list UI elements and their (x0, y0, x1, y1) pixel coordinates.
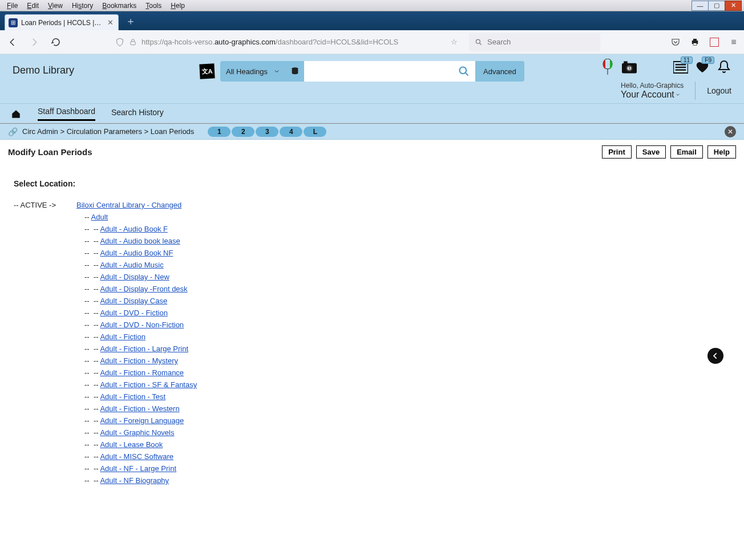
tree-item-link[interactable]: Adult - Display Case (100, 297, 167, 305)
tree-item-link[interactable]: Adult - DVD - Non-Fiction (100, 320, 184, 329)
header-right-icons: $ 11 F9 (600, 60, 731, 75)
bell-icon[interactable] (717, 60, 731, 75)
extension-shield-icon[interactable] (709, 36, 720, 48)
nav-staff-dashboard[interactable]: Staff Dashboard (38, 107, 95, 121)
tree-item-link[interactable]: Adult - Display -Front desk (100, 285, 187, 293)
list-icon[interactable]: 11 (673, 60, 688, 75)
tree-row: -- -- Adult - Display - New (84, 273, 730, 281)
url-field[interactable]: https://qa-hcols-verso.auto-graphics.com… (110, 33, 463, 51)
tab-title: Loan Periods | HCOLS | hcols | A (21, 19, 103, 27)
nav-reload-button[interactable] (48, 34, 64, 50)
tree-level1-link[interactable]: Adult (91, 213, 108, 221)
search-icon (475, 38, 483, 46)
browser-tab[interactable]: ⊞ Loan Periods | HCOLS | hcols | A ✕ (5, 14, 119, 30)
tree-item-link[interactable]: Adult - Display - New (100, 273, 169, 281)
page-l[interactable]: L (304, 127, 326, 137)
breadcrumb-row: 🔗 Circ Admin > Circulation Parameters > … (0, 124, 744, 140)
tree-item-link[interactable]: Adult - Audio Music (100, 261, 163, 269)
tree-item-link[interactable]: Adult - Fiction - Western (100, 404, 179, 413)
camera-icon[interactable]: $ (622, 60, 637, 75)
menu-edit[interactable]: Edit (22, 1, 43, 10)
page-1[interactable]: 1 (208, 127, 231, 137)
menu-view[interactable]: View (43, 1, 67, 10)
svg-point-1 (476, 39, 480, 43)
svg-text:$: $ (628, 66, 630, 70)
library-name: Demo Library (13, 64, 74, 76)
home-icon[interactable] (10, 109, 22, 119)
page-2[interactable]: 2 (232, 127, 254, 137)
tree-root-link[interactable]: Biloxi Central Library - Changed (76, 201, 181, 209)
tree-item-link[interactable]: Adult - Foreign Language (100, 416, 184, 425)
tree-item-link[interactable]: Adult - NF Biography (100, 476, 169, 485)
menu-history[interactable]: History (67, 1, 98, 10)
new-tab-button[interactable]: ＋ (119, 14, 143, 30)
window-maximize-button[interactable]: ▢ (708, 1, 725, 11)
printer-icon[interactable] (689, 36, 701, 48)
chevron-down-icon (273, 68, 280, 75)
email-button[interactable]: Email (670, 145, 703, 159)
tree-item-link[interactable]: Adult - Audio Book NF (100, 249, 173, 257)
bookmark-star-icon[interactable]: ☆ (451, 38, 458, 46)
tree-item-link[interactable]: Adult - Fiction - SF & Fantasy (100, 380, 197, 389)
tab-strip: ⊞ Loan Periods | HCOLS | hcols | A ✕ ＋ (0, 11, 744, 30)
tree-item-link[interactable]: Adult - Fiction (100, 332, 145, 341)
page-4[interactable]: 4 (280, 127, 302, 137)
tree-item-link[interactable]: Adult - Fiction - Test (100, 392, 165, 401)
application-menu-button[interactable]: ≡ (728, 36, 739, 48)
window-controls: — ▢ ✕ (692, 1, 742, 11)
catalog-search-input[interactable] (304, 61, 452, 82)
tree-item-link[interactable]: Adult - Audio Book F (100, 225, 168, 233)
window-minimize-button[interactable]: — (692, 1, 709, 11)
help-button[interactable]: Help (707, 145, 736, 159)
tree-item-link[interactable]: Adult - MISC Software (100, 452, 173, 461)
tree-item-link[interactable]: Adult - Fiction - Large Print (100, 344, 188, 353)
menu-bookmarks[interactable]: Bookmarks (98, 1, 141, 10)
tree-row: -- -- Adult - Fiction - Test (84, 392, 730, 401)
tab-close-icon[interactable]: ✕ (106, 18, 115, 27)
tree-row: -- -- Adult - Display -Front desk (84, 285, 730, 293)
menu-tools[interactable]: Tools (141, 1, 166, 10)
close-panel-button[interactable]: ✕ (725, 126, 736, 137)
pocket-icon[interactable] (670, 36, 681, 48)
tree-row: -- -- Adult - Fiction - Romance (84, 368, 730, 377)
menu-help[interactable]: Help (166, 1, 189, 10)
browser-search-field[interactable]: Search (469, 33, 600, 51)
separator (695, 82, 696, 100)
tree-item-link[interactable]: Adult - Fiction - Mystery (100, 356, 178, 365)
tree-item-link[interactable]: Adult - Lease Book (100, 440, 163, 449)
tree-item-link[interactable]: Adult - Fiction - Romance (100, 368, 184, 377)
your-account-link[interactable]: Your Account (621, 90, 684, 100)
heart-icon[interactable]: F9 (695, 60, 710, 75)
nav-back-button[interactable] (5, 34, 21, 50)
advanced-search-button[interactable]: Advanced (475, 61, 524, 82)
collapse-arrow-button[interactable] (707, 348, 723, 364)
save-button[interactable]: Save (636, 145, 666, 159)
database-icon[interactable] (286, 66, 304, 76)
page-3[interactable]: 3 (256, 127, 278, 137)
catalog-search-button[interactable] (452, 61, 475, 82)
logout-link[interactable]: Logout (707, 86, 731, 95)
balloon-icon[interactable] (600, 60, 615, 75)
tree-item-link[interactable]: Adult - NF - Large Print (100, 464, 176, 473)
list-badge: 11 (681, 56, 693, 64)
toolbar-right-icons: ≡ (670, 36, 739, 48)
shield-icon (115, 38, 124, 47)
tree-row: -- -- Adult - MISC Software (84, 452, 730, 461)
tree-item-link[interactable]: Adult - Graphic Novels (100, 428, 174, 437)
tab-favicon-icon: ⊞ (9, 18, 18, 27)
reload-icon (51, 37, 61, 47)
tree-row: -- -- Adult - Audio book lease (84, 237, 730, 245)
print-button[interactable]: Print (602, 145, 632, 159)
nav-search-history[interactable]: Search History (111, 108, 164, 120)
tree-row: -- -- Adult - DVD - Fiction (84, 309, 730, 317)
browser-search-placeholder: Search (487, 38, 511, 46)
menu-file[interactable]: File (2, 1, 22, 10)
status-label: -- ACTIVE -> (14, 201, 76, 485)
headings-select[interactable]: All Headings (220, 61, 286, 82)
tree-item-link[interactable]: Adult - Audio book lease (100, 237, 180, 245)
window-close-button[interactable]: ✕ (725, 1, 742, 11)
tree-row: -- -- Adult - Fiction - Large Print (84, 344, 730, 353)
language-icon[interactable]: 文A (199, 63, 215, 79)
nav-forward-button[interactable] (26, 34, 42, 50)
tree-item-link[interactable]: Adult - DVD - Fiction (100, 309, 167, 317)
